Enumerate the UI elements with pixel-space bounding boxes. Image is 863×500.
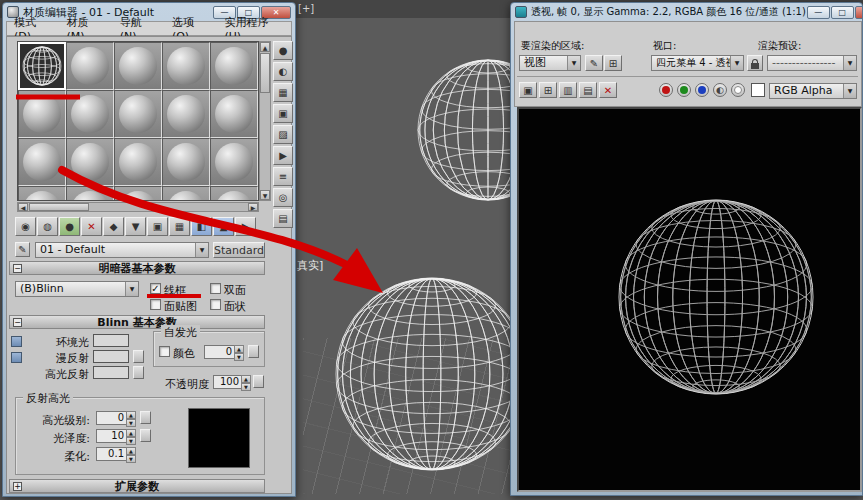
spinner-arrows-icon[interactable]: ▲▼ bbox=[126, 429, 136, 443]
select-by-material-icon[interactable]: ◎ bbox=[273, 188, 293, 207]
clear-image-icon[interactable]: ✕ bbox=[599, 82, 617, 98]
pick-material-eyedropper-icon[interactable]: ✎ bbox=[15, 242, 30, 257]
ambient-diffuse-lock-icon[interactable] bbox=[11, 336, 22, 347]
make-preview-icon[interactable]: ▶ bbox=[273, 146, 293, 165]
material-slot[interactable] bbox=[210, 186, 258, 201]
diffuse-specular-lock-icon[interactable] bbox=[11, 352, 22, 363]
material-slot[interactable] bbox=[210, 42, 258, 90]
assign-material-icon[interactable]: ● bbox=[59, 217, 80, 236]
render-preset-dropdown[interactable]: ---------------- bbox=[767, 55, 857, 71]
save-image-icon[interactable]: ▣ bbox=[519, 82, 537, 98]
render-frame-window[interactable]: 透视, 帧 0, 显示 Gamma: 2.2, RGBA 颜色 16 位/通道 … bbox=[510, 2, 863, 496]
viewport-label[interactable]: [+] bbox=[298, 3, 314, 14]
scroll-thumb[interactable] bbox=[29, 203, 89, 211]
make-unique-icon[interactable]: ◆ bbox=[103, 217, 124, 236]
material-slot[interactable] bbox=[18, 186, 66, 201]
go-to-parent-icon[interactable]: ▲ bbox=[213, 217, 234, 236]
auto-region-icon[interactable]: ⊞ bbox=[604, 55, 622, 71]
maximize-button[interactable]: □ bbox=[831, 6, 854, 19]
diffuse-map-button[interactable] bbox=[133, 350, 144, 363]
render-window-titlebar[interactable]: 透视, 帧 0, 显示 Gamma: 2.2, RGBA 颜色 16 位/通道 … bbox=[511, 3, 862, 21]
blue-channel-icon[interactable] bbox=[695, 83, 709, 97]
put-to-library-icon[interactable]: ▼ bbox=[125, 217, 146, 236]
red-channel-icon[interactable] bbox=[659, 83, 673, 97]
get-material-icon[interactable]: ◉ bbox=[15, 217, 36, 236]
scroll-up-icon[interactable]: ▲ bbox=[260, 42, 270, 52]
options-icon[interactable]: ≡ bbox=[273, 167, 293, 186]
ambient-color-swatch[interactable] bbox=[93, 334, 129, 347]
glossiness-spinner[interactable]: 10 ▲▼ bbox=[96, 429, 136, 443]
spinner-arrows-icon[interactable]: ▲▼ bbox=[234, 345, 244, 359]
render-canvas[interactable] bbox=[517, 107, 862, 492]
slots-vertical-scrollbar[interactable]: ▲ ▼ bbox=[259, 41, 271, 201]
diffuse-color-swatch[interactable] bbox=[93, 350, 129, 363]
material-slot[interactable] bbox=[114, 90, 162, 138]
material-slot[interactable] bbox=[162, 186, 210, 201]
material-slot[interactable] bbox=[66, 186, 114, 201]
specular-color-swatch[interactable] bbox=[93, 366, 129, 379]
scroll-right-icon[interactable]: ▶ bbox=[248, 203, 258, 211]
slots-horizontal-scrollbar[interactable]: ◀ ▶ bbox=[17, 202, 259, 212]
material-slot[interactable] bbox=[18, 42, 66, 90]
scroll-left-icon[interactable]: ◀ bbox=[18, 203, 28, 211]
specular-level-spinner[interactable]: 0 ▲▼ bbox=[96, 411, 136, 425]
expand-icon[interactable]: + bbox=[13, 482, 22, 491]
mono-channel-icon[interactable]: ◐ bbox=[713, 83, 727, 97]
green-channel-icon[interactable] bbox=[677, 83, 691, 97]
material-type-button[interactable]: Standard bbox=[213, 242, 265, 258]
shader-type-dropdown[interactable]: (B)Blinn bbox=[15, 281, 139, 297]
material-map-navigator-icon[interactable]: ▤ bbox=[273, 209, 293, 228]
put-material-icon[interactable]: ◍ bbox=[37, 217, 58, 236]
video-color-check-icon[interactable]: ▨ bbox=[273, 125, 293, 144]
background-color-swatch[interactable] bbox=[751, 83, 765, 97]
faceted-checkbox[interactable] bbox=[210, 299, 221, 310]
show-end-result-icon[interactable]: ◧ bbox=[191, 217, 212, 236]
collapse-icon[interactable]: − bbox=[13, 264, 22, 273]
spinner-arrows-icon[interactable]: ▲▼ bbox=[126, 411, 136, 425]
sample-tiling-icon[interactable]: ▣ bbox=[273, 104, 293, 123]
backlight-icon[interactable]: ◐ bbox=[273, 62, 293, 81]
material-name-dropdown[interactable]: 01 - Default bbox=[35, 242, 209, 258]
material-slot[interactable] bbox=[162, 138, 210, 186]
material-slot[interactable] bbox=[66, 42, 114, 90]
soften-spinner[interactable]: 0.1 ▲▼ bbox=[96, 447, 136, 461]
scroll-thumb[interactable] bbox=[260, 53, 270, 93]
self-illum-map-button[interactable] bbox=[248, 345, 259, 358]
close-button[interactable]: ✕ bbox=[855, 6, 863, 19]
material-slot[interactable] bbox=[162, 42, 210, 90]
extended-rollout-header[interactable]: + 扩展参数 bbox=[9, 479, 265, 493]
spinner-arrows-icon[interactable]: ▲▼ bbox=[126, 447, 136, 461]
specular-level-map-button[interactable] bbox=[140, 411, 151, 424]
material-slot[interactable] bbox=[114, 186, 162, 201]
two-sided-checkbox[interactable] bbox=[210, 283, 221, 294]
material-slot[interactable] bbox=[210, 138, 258, 186]
wire-checkbox[interactable] bbox=[150, 283, 161, 294]
material-slot[interactable] bbox=[162, 90, 210, 138]
face-map-checkbox[interactable] bbox=[150, 299, 161, 310]
material-slot[interactable] bbox=[114, 42, 162, 90]
sample-type-icon[interactable]: ● bbox=[273, 41, 293, 60]
self-illum-color-checkbox[interactable] bbox=[159, 346, 170, 357]
material-slot[interactable] bbox=[18, 138, 66, 186]
collapse-icon[interactable]: − bbox=[13, 318, 22, 327]
blinn-rollout-header[interactable]: − Blinn 基本参数 bbox=[9, 315, 265, 329]
viewport-lock-icon[interactable] bbox=[747, 55, 763, 71]
channel-display-dropdown[interactable]: RGB Alpha bbox=[769, 83, 857, 99]
material-slot[interactable] bbox=[18, 90, 66, 138]
material-editor-window[interactable]: 材质编辑器 - 01 - Default — □ ✕ 模式(D) 材质(M) 导… bbox=[2, 2, 296, 497]
area-to-render-dropdown[interactable]: 视图 bbox=[519, 55, 581, 71]
minimize-button[interactable]: — bbox=[807, 6, 830, 19]
viewport-sphere-main[interactable] bbox=[332, 274, 534, 476]
material-slot[interactable] bbox=[66, 138, 114, 186]
scroll-down-icon[interactable]: ▼ bbox=[260, 190, 270, 200]
shader-rollout-header[interactable]: − 明暗器基本参数 bbox=[9, 261, 265, 275]
show-map-in-viewport-icon[interactable]: ▦ bbox=[169, 217, 190, 236]
print-image-icon[interactable]: ▤ bbox=[579, 82, 597, 98]
reset-material-icon[interactable]: ✕ bbox=[81, 217, 102, 236]
viewport-dropdown[interactable]: 四元菜单 4 - 透视 bbox=[651, 55, 744, 71]
viewport-shading-label[interactable]: 真实] bbox=[297, 258, 323, 273]
go-to-sibling-icon[interactable]: ▶ bbox=[235, 217, 256, 236]
material-slot[interactable] bbox=[66, 90, 114, 138]
self-illum-spinner[interactable]: 0 ▲▼ bbox=[204, 345, 244, 359]
clone-window-icon[interactable]: ▥ bbox=[559, 82, 577, 98]
